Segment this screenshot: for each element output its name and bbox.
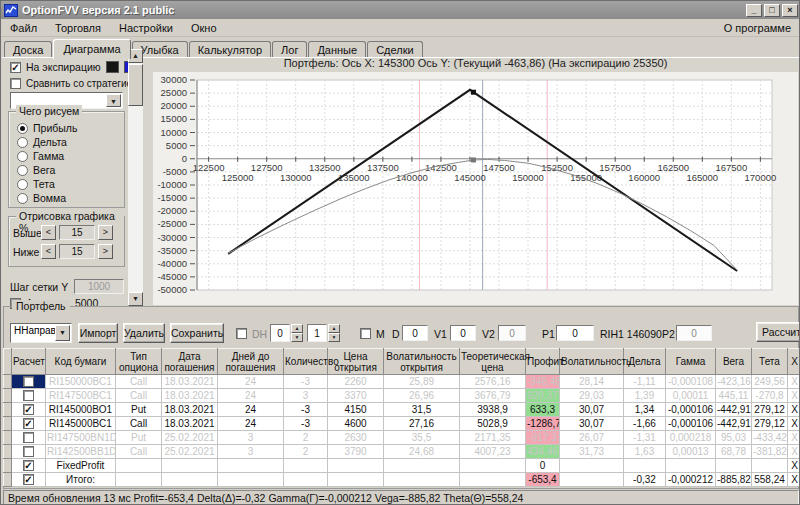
menu-item[interactable]: Файл bbox=[1, 20, 46, 36]
column-header[interactable]: Дней до погашения bbox=[218, 349, 284, 375]
cell-open[interactable]: 4600 bbox=[328, 417, 384, 431]
column-header[interactable]: Тета bbox=[752, 349, 788, 375]
cell-date[interactable] bbox=[162, 473, 218, 487]
cell-theta[interactable]: -270,8 bbox=[752, 389, 788, 403]
p1-input[interactable] bbox=[556, 325, 594, 341]
calc-checkbox-cell[interactable] bbox=[12, 417, 46, 431]
cell-theo[interactable]: 2171,35 bbox=[460, 431, 526, 445]
cell-theta[interactable]: 558,24 bbox=[752, 473, 788, 487]
cell-days[interactable]: 24 bbox=[218, 375, 284, 389]
cell-theta[interactable]: 279,12 bbox=[752, 403, 788, 417]
cell-type[interactable]: Put bbox=[116, 403, 162, 417]
cell-gamma[interactable]: 0,00011 bbox=[666, 389, 716, 403]
cell-code[interactable]: RI145000BC1 bbox=[46, 417, 116, 431]
cell-days[interactable] bbox=[218, 473, 284, 487]
cell-profit[interactable]: -917,3 bbox=[526, 431, 560, 445]
calc-checkbox-cell[interactable] bbox=[12, 445, 46, 459]
cell-theo[interactable] bbox=[460, 473, 526, 487]
radio-Прибыль[interactable] bbox=[17, 123, 28, 134]
spin-down-icon[interactable]: ▼ bbox=[291, 333, 303, 342]
cell-delta[interactable]: 1,63 bbox=[624, 445, 666, 459]
cell-date[interactable]: 25.02.2021 bbox=[162, 445, 218, 459]
column-header[interactable]: Волатильность bbox=[560, 349, 624, 375]
cell-qty[interactable]: 2 bbox=[284, 445, 328, 459]
cell-code[interactable]: RI150000BC1 bbox=[46, 375, 116, 389]
below-increase-button[interactable]: > bbox=[98, 244, 113, 259]
cell-gamma[interactable]: -0,000106 bbox=[666, 417, 716, 431]
cell-vol_open[interactable] bbox=[384, 459, 460, 473]
calc-checkbox[interactable] bbox=[23, 460, 34, 471]
cell-vega[interactable]: 445,11 bbox=[716, 389, 752, 403]
cell-vol[interactable]: 26,07 bbox=[560, 431, 624, 445]
cell-open[interactable]: 2260 bbox=[328, 375, 384, 389]
spin-up-icon[interactable]: ▲ bbox=[291, 324, 303, 333]
cell-code[interactable]: RI147500BN1D bbox=[46, 431, 116, 445]
cell-delta[interactable]: -1,11 bbox=[624, 375, 666, 389]
maximize-button[interactable]: □ bbox=[764, 4, 780, 17]
cell-type[interactable] bbox=[116, 473, 162, 487]
cell-delta[interactable]: 1,39 bbox=[624, 389, 666, 403]
cell-type[interactable]: Call bbox=[116, 445, 162, 459]
cell-profit[interactable]: 0 bbox=[526, 459, 560, 473]
cell-vol_open[interactable]: 26,96 bbox=[384, 389, 460, 403]
cell-vol_open[interactable]: 27,16 bbox=[384, 417, 460, 431]
cell-gamma[interactable]: 0,00013 bbox=[666, 445, 716, 459]
remove-row-button[interactable]: X bbox=[788, 403, 800, 417]
cell-theo[interactable] bbox=[460, 459, 526, 473]
calculate-button[interactable]: Рассчитать bbox=[756, 322, 800, 342]
cell-date[interactable]: 18.03.2021 bbox=[162, 375, 218, 389]
chevron-down-icon[interactable]: ▼ bbox=[55, 325, 70, 341]
cell-theo[interactable]: 5028,9 bbox=[460, 417, 526, 431]
column-header[interactable]: Цена открытия bbox=[328, 349, 384, 375]
column-header[interactable]: Теоретическая цена bbox=[460, 349, 526, 375]
dh-spin1-input[interactable] bbox=[270, 324, 290, 342]
cell-gamma[interactable]: -0,000106 bbox=[666, 403, 716, 417]
cell-type[interactable]: Put bbox=[116, 431, 162, 445]
cell-vega[interactable]: -885,82 bbox=[716, 473, 752, 487]
cell-vega[interactable]: -442,91 bbox=[716, 403, 752, 417]
cell-date[interactable] bbox=[162, 459, 218, 473]
cell-delta[interactable]: 1,34 bbox=[624, 403, 666, 417]
cell-theta[interactable]: 279,12 bbox=[752, 417, 788, 431]
cell-profit[interactable]: 920,37 bbox=[526, 389, 560, 403]
calc-checkbox-cell[interactable] bbox=[12, 403, 46, 417]
column-header[interactable]: Дата погашения bbox=[162, 349, 218, 375]
cell-type[interactable] bbox=[116, 459, 162, 473]
above-increase-button[interactable]: > bbox=[98, 225, 113, 240]
cell-theo[interactable]: 2576,16 bbox=[460, 375, 526, 389]
calc-checkbox[interactable] bbox=[23, 404, 34, 415]
cell-qty[interactable]: 2 bbox=[284, 431, 328, 445]
cell-vol_open[interactable]: 31,5 bbox=[384, 403, 460, 417]
cell-vega[interactable] bbox=[716, 459, 752, 473]
calc-checkbox[interactable] bbox=[23, 418, 34, 429]
on-expiration-checkbox[interactable] bbox=[10, 62, 21, 73]
radio-Вега[interactable] bbox=[17, 165, 28, 176]
below-decrease-button[interactable]: < bbox=[41, 244, 56, 259]
column-header[interactable]: Дельта bbox=[624, 349, 666, 375]
save-button[interactable]: Сохранить bbox=[170, 323, 224, 343]
close-button[interactable]: × bbox=[782, 4, 798, 17]
cell-days[interactable] bbox=[218, 459, 284, 473]
calc-checkbox-cell[interactable] bbox=[12, 473, 46, 487]
cell-vol_open[interactable]: 25,89 bbox=[384, 375, 460, 389]
column-header[interactable]: Вега bbox=[716, 349, 752, 375]
cell-qty[interactable]: -3 bbox=[284, 375, 328, 389]
cell-vol[interactable]: 28,14 bbox=[560, 375, 624, 389]
direction-select[interactable]: ННаправле ▼ bbox=[10, 323, 72, 343]
cell-qty[interactable]: 3 bbox=[284, 389, 328, 403]
cell-theo[interactable]: 3676,79 bbox=[460, 389, 526, 403]
cell-vol[interactable]: 31,73 bbox=[560, 445, 624, 459]
remove-row-button[interactable]: X bbox=[788, 431, 800, 445]
scrollbar-thumb[interactable] bbox=[128, 64, 143, 106]
grid-step-input[interactable] bbox=[74, 279, 124, 294]
cell-vega[interactable]: -423,16 bbox=[716, 375, 752, 389]
cell-open[interactable]: 2630 bbox=[328, 431, 384, 445]
calc-checkbox[interactable] bbox=[23, 432, 34, 443]
cell-gamma[interactable] bbox=[666, 459, 716, 473]
cell-delta[interactable]: -1,31 bbox=[624, 431, 666, 445]
cell-code[interactable]: Итого: bbox=[46, 473, 116, 487]
cell-delta[interactable]: -1,66 bbox=[624, 417, 666, 431]
cell-date[interactable]: 18.03.2021 bbox=[162, 417, 218, 431]
remove-row-button[interactable]: X bbox=[788, 375, 800, 389]
cell-vol_open[interactable]: 24,68 bbox=[384, 445, 460, 459]
